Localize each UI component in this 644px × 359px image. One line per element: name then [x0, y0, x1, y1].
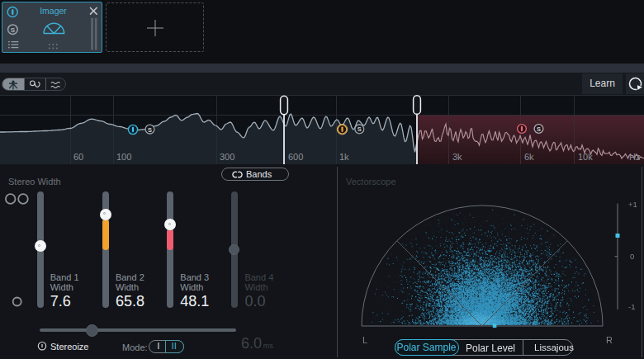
svg-text:60: 60 [73, 152, 83, 162]
svg-text:0: 0 [630, 252, 634, 261]
svg-text:10k: 10k [578, 152, 593, 162]
svg-text:S: S [358, 125, 362, 133]
svg-text:600: 600 [288, 152, 303, 162]
svg-text:3k: 3k [452, 152, 462, 162]
svg-text:S: S [148, 126, 152, 134]
svg-text:Imager: Imager [40, 6, 67, 16]
svg-text:-1: -1 [628, 302, 635, 311]
svg-text:Hz: Hz [629, 152, 640, 162]
svg-text:6k: 6k [524, 152, 534, 162]
svg-text:100: 100 [116, 152, 131, 162]
svg-text:+1: +1 [628, 200, 637, 209]
svg-text:R: R [606, 335, 613, 345]
svg-text:300: 300 [220, 152, 234, 162]
svg-text:S: S [537, 125, 541, 133]
svg-text:1k: 1k [339, 152, 349, 162]
svg-text:S: S [11, 26, 16, 34]
svg-text:L: L [362, 335, 367, 345]
